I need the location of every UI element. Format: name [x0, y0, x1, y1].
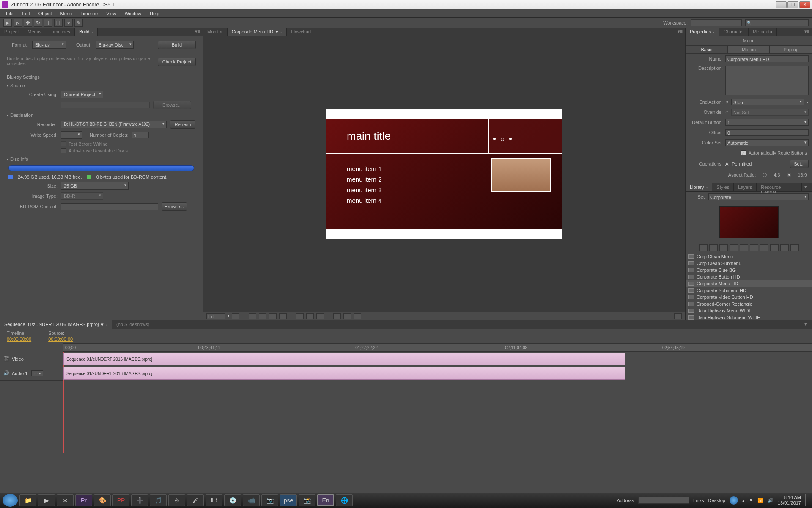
recorder-select[interactable]: D: HL-DT-ST BD-RE BH30N (Firmware A102): [61, 121, 167, 128]
media-player-icon[interactable]: ▶: [38, 494, 55, 506]
tab-resource-central[interactable]: Resource Central: [757, 183, 801, 191]
output-select[interactable]: Blu-ray Disc: [96, 41, 134, 49]
premiere-icon[interactable]: Pr: [75, 494, 92, 506]
size-select[interactable]: 25 GB: [61, 182, 129, 190]
name-input[interactable]: Corporate Menu HD: [725, 55, 809, 62]
auto-erase-checkbox[interactable]: [61, 148, 66, 153]
menu-window[interactable]: Window: [121, 10, 145, 17]
create-using-select[interactable]: Current Project: [61, 91, 103, 98]
aspect-169-radio[interactable]: [787, 173, 791, 177]
menu-item-4[interactable]: menu item 4: [347, 197, 562, 204]
source-time[interactable]: 00;00;00;00: [48, 337, 73, 342]
address-input[interactable]: [638, 497, 689, 504]
menu-file[interactable]: File: [3, 10, 17, 17]
snapshot-icon[interactable]: 📸: [299, 494, 315, 506]
video-thumbnail[interactable]: [491, 158, 551, 192]
menu-help[interactable]: Help: [146, 10, 163, 17]
lib-filter-9[interactable]: [780, 244, 789, 251]
search-input[interactable]: [745, 19, 809, 26]
destination-section[interactable]: Destination: [7, 113, 196, 118]
desc-input[interactable]: [725, 66, 809, 95]
video-track-label[interactable]: 🎬 Video: [0, 352, 63, 366]
rotate-tool[interactable]: ↻: [34, 19, 42, 27]
center-panel-menu-icon[interactable]: ▾≡: [675, 28, 685, 36]
format-select[interactable]: Blu-ray: [32, 41, 66, 49]
edit-tool[interactable]: ✎: [74, 19, 83, 27]
tab-timelines[interactable]: Timelines: [46, 28, 75, 36]
tab-corporate-menu[interactable]: Corporate Menu HD▾×: [228, 28, 287, 36]
close-button[interactable]: ✕: [799, 1, 810, 8]
mon-btn-2[interactable]: [259, 313, 266, 319]
tray-volume-icon[interactable]: 🔊: [768, 498, 774, 503]
app-icon-7[interactable]: 💿: [224, 494, 241, 506]
mon-btn-5[interactable]: [296, 313, 304, 319]
mail-icon[interactable]: ✉: [57, 494, 74, 506]
tray-network-icon[interactable]: 📶: [757, 498, 763, 503]
offset-input[interactable]: 0: [725, 129, 809, 136]
start-button[interactable]: [3, 494, 18, 507]
tab-project[interactable]: Project: [0, 28, 23, 36]
library-item[interactable]: Corporate Video Button HD: [686, 294, 812, 301]
mon-btn-6[interactable]: [306, 313, 314, 319]
tab-monitor[interactable]: Monitor: [203, 28, 228, 36]
lib-filter-6[interactable]: [750, 244, 758, 251]
paint-icon[interactable]: 🖌: [187, 494, 204, 506]
library-item[interactable]: Corporate Button HD: [686, 273, 812, 280]
browse-bdrom-button[interactable]: Browse...: [162, 202, 187, 211]
safe-area-icon[interactable]: [232, 313, 239, 319]
app-icon-1[interactable]: 🎨: [94, 494, 111, 506]
tab-layers[interactable]: Layers: [734, 183, 757, 191]
mon-btn-3[interactable]: [269, 313, 277, 319]
tab-sequence[interactable]: Sequence 01/zUNDERT 2016 IMAGES.prproj▾×: [0, 320, 112, 329]
app-icon-5[interactable]: ⚙: [168, 494, 185, 506]
tray-up-icon[interactable]: ▴: [742, 498, 745, 503]
aspect-43-radio[interactable]: [763, 173, 767, 177]
tab-flowchart[interactable]: Flowchart: [287, 28, 316, 36]
tray-flag-icon[interactable]: ⚑: [749, 498, 753, 503]
system-clock[interactable]: 8:14 AM13/01/2017: [778, 495, 801, 506]
encore-icon[interactable]: En: [317, 494, 334, 506]
tab-build[interactable]: Build×: [75, 28, 98, 36]
tab-metadata[interactable]: Metadata: [749, 28, 777, 36]
write-speed-select[interactable]: [61, 131, 82, 139]
lib-panel-menu-icon[interactable]: ▾≡: [802, 183, 812, 191]
library-item[interactable]: Corporate Menu HD: [686, 280, 812, 287]
set-button[interactable]: Set...: [790, 160, 809, 168]
lib-filter-2[interactable]: [709, 244, 718, 251]
zoom-select[interactable]: Fit: [206, 313, 225, 319]
lib-filter-4[interactable]: [730, 244, 738, 251]
lib-filter-10[interactable]: [790, 244, 799, 251]
tab-library[interactable]: Library×: [686, 183, 712, 191]
app-icon-3[interactable]: ➕: [131, 494, 148, 506]
zoom-tool[interactable]: ⌖: [64, 19, 73, 27]
bdrom-content-input[interactable]: [61, 203, 158, 210]
timeline-panel-menu-icon[interactable]: ▾≡: [802, 320, 812, 329]
library-item[interactable]: Cropped-Corner Rectangle: [686, 301, 812, 307]
subtab-motion[interactable]: Motion: [728, 45, 770, 54]
lib-filter-3[interactable]: [719, 244, 728, 251]
play-icon[interactable]: [343, 313, 351, 319]
tab-properties[interactable]: Properties×: [686, 28, 719, 36]
minimize-button[interactable]: —: [776, 1, 787, 8]
copies-input[interactable]: 1: [132, 132, 149, 138]
source-section[interactable]: Source: [7, 83, 196, 88]
prev-icon[interactable]: [333, 313, 341, 319]
chrome-icon[interactable]: 🌐: [336, 494, 353, 506]
explorer-icon[interactable]: 📁: [19, 494, 36, 506]
audio-track-label[interactable]: 🔊 Audio 1: en: [0, 366, 63, 381]
lib-filter-8[interactable]: [770, 244, 779, 251]
video-clip[interactable]: Sequence 01/zUNDERT 2016 IMAGES.prproj: [63, 353, 625, 365]
app-icon-6[interactable]: 🎞: [206, 494, 222, 506]
library-item[interactable]: Data Highway Menu WIDE: [686, 307, 812, 314]
subtab-basic[interactable]: Basic: [686, 45, 728, 54]
library-item[interactable]: Corp Clean Submenu: [686, 260, 812, 267]
mon-right-icon[interactable]: [674, 313, 682, 319]
lib-filter-1[interactable]: [699, 244, 708, 251]
color-set-select[interactable]: Automatic: [725, 139, 809, 146]
app-icon-4[interactable]: 🎵: [150, 494, 167, 506]
library-item[interactable]: Data Highway Submenu WIDE: [686, 314, 812, 320]
subtab-popup[interactable]: Pop-up: [770, 45, 812, 54]
maximize-button[interactable]: ☐: [787, 1, 798, 8]
library-item[interactable]: Corporate Submenu HD: [686, 287, 812, 294]
menu-edit[interactable]: Edit: [19, 10, 33, 17]
